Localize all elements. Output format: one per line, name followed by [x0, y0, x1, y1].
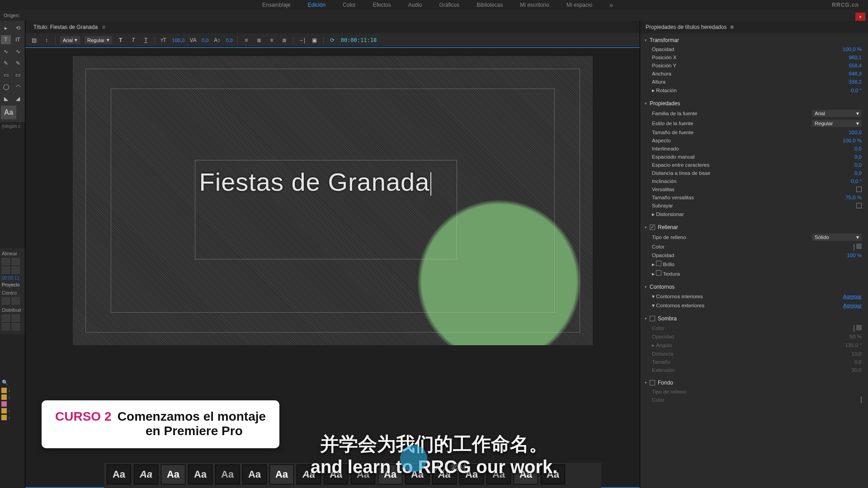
val-interlineado[interactable]: 0,0: [854, 146, 862, 151]
title-canvas[interactable]: Fiestas de Granada: [73, 56, 593, 345]
chk-versalitas[interactable]: [856, 187, 862, 192]
rect-tool-icon[interactable]: ▭: [1, 70, 11, 80]
val-aspecto[interactable]: 100,0 %: [843, 138, 862, 143]
roll-crawl-icon[interactable]: ↕: [42, 36, 51, 44]
align-left-text-icon[interactable]: ≡: [242, 36, 250, 44]
chk-fondo[interactable]: [650, 380, 655, 385]
distribute-h-icon[interactable]: [2, 314, 10, 322]
val-fill-opacidad[interactable]: 100 %: [847, 253, 862, 258]
menu-mi-espacio[interactable]: Mi espacio: [566, 2, 592, 8]
bin-swatch-2[interactable]: [1, 394, 7, 400]
distribute-4-icon[interactable]: [12, 323, 20, 330]
lbl-distorsionar[interactable]: ▸ Distorsionar: [652, 211, 684, 217]
bin-swatch-4[interactable]: [1, 408, 7, 413]
shadow-color-swatch[interactable]: [854, 325, 854, 332]
sel-tipo-relleno[interactable]: Sólido▾: [812, 234, 862, 241]
center-h-icon[interactable]: [2, 297, 10, 305]
menu-color[interactable]: Color: [343, 2, 356, 8]
add-anchor-icon[interactable]: ✎: [13, 59, 23, 68]
pen-tool-icon[interactable]: ✎: [1, 59, 11, 68]
align-right-text-icon[interactable]: ≡: [268, 36, 276, 44]
menu-audio[interactable]: Audio: [408, 2, 422, 8]
menu-efectos[interactable]: Efectos: [373, 2, 391, 8]
val-inclinacion[interactable]: 0,0 °: [851, 178, 862, 184]
align-right-icon[interactable]: [2, 267, 10, 274]
section-contornos[interactable]: ▾Contornos: [640, 282, 868, 292]
panel-menu-icon[interactable]: ≡: [102, 24, 105, 30]
distribute-3-icon[interactable]: [2, 323, 10, 330]
val-espman[interactable]: 0,0: [854, 154, 862, 160]
menu-graficos[interactable]: Gráficos: [439, 2, 459, 8]
menu-bibliotecas[interactable]: Bibliotecas: [476, 2, 503, 8]
title-templates-icon[interactable]: ▤: [30, 36, 38, 44]
bin-swatch-1[interactable]: [1, 388, 7, 393]
center-v-icon[interactable]: [12, 297, 20, 305]
bin-swatch-3[interactable]: [1, 401, 7, 407]
sync-icon[interactable]: ⟳: [328, 36, 336, 44]
menu-overflow-icon[interactable]: »: [609, 1, 613, 9]
vertical-path-type-icon[interactable]: ∿: [13, 47, 23, 56]
section-transformar[interactable]: ▾Transformar: [640, 35, 868, 45]
align-top-icon[interactable]: [12, 267, 20, 274]
vertical-type-tool-icon[interactable]: IT: [13, 35, 23, 44]
panel-menu-icon[interactable]: ≡: [730, 24, 733, 30]
distribute-v-icon[interactable]: [12, 314, 20, 322]
menu-edicion[interactable]: Edición: [308, 2, 326, 8]
val-posx[interactable]: 960,1: [849, 55, 862, 60]
close-button[interactable]: ×: [855, 13, 865, 21]
kerning-value[interactable]: 0,0: [202, 38, 208, 43]
val-tamfuente[interactable]: 100,0: [849, 130, 862, 135]
font-style-select[interactable]: Regular▾: [85, 36, 112, 44]
wedge-tool-icon[interactable]: ◣: [1, 94, 11, 103]
section-rellenar[interactable]: ▾Rellenar: [640, 222, 868, 232]
val-espcar[interactable]: 0,0: [854, 162, 862, 168]
title-tab-label[interactable]: Título: Fiestas de Granada: [33, 24, 98, 30]
menu-ensamblaje[interactable]: Ensamblaje: [262, 2, 291, 8]
section-sombra[interactable]: ▾Sombra: [640, 314, 868, 324]
selection-tool-icon[interactable]: ▸: [1, 23, 11, 33]
btn-agregar-ext[interactable]: Agregar: [843, 303, 862, 308]
val-distbase[interactable]: 0,0: [854, 170, 862, 176]
path-type-tool-icon[interactable]: ∿: [1, 47, 11, 56]
val-tam-versalitas[interactable]: 75,0 %: [845, 195, 862, 200]
lbl-textura[interactable]: ▸ Textura: [652, 270, 680, 277]
bold-icon[interactable]: T: [117, 36, 125, 44]
menu-mi-escritorio[interactable]: Mi escritorio: [520, 2, 549, 8]
chk-rellenar[interactable]: [650, 225, 655, 230]
line-tool-icon[interactable]: ◢: [13, 94, 23, 103]
type-tool-icon[interactable]: T: [1, 35, 11, 44]
section-propiedades[interactable]: ▾Propiedades: [640, 99, 868, 108]
leading-value[interactable]: 0,0: [226, 38, 232, 43]
val-altura[interactable]: 338,2: [849, 79, 862, 84]
styles-swatch-icon[interactable]: Aa: [1, 106, 16, 119]
align-center-h-icon[interactable]: [12, 258, 20, 265]
italic-icon[interactable]: T: [129, 36, 137, 44]
val-anchura[interactable]: 948,3: [849, 71, 862, 76]
bg-color-swatch[interactable]: [861, 397, 862, 403]
rotate-tool-icon[interactable]: ⟲: [13, 23, 23, 33]
show-video-icon[interactable]: ▣: [311, 36, 319, 44]
section-fondo[interactable]: ▾Fondo: [640, 378, 868, 388]
rounded-rect-icon[interactable]: ▭: [13, 70, 23, 80]
ellipse-tool-icon[interactable]: ◯: [1, 82, 11, 91]
fill-color-swatch[interactable]: [854, 244, 854, 250]
eyedropper-icon[interactable]: [856, 325, 862, 330]
sel-estilo[interactable]: Regular▾: [812, 120, 862, 127]
chk-sombra[interactable]: [650, 316, 655, 321]
title-text[interactable]: Fiestas de Granada: [199, 167, 432, 197]
btn-agregar-int[interactable]: Agregar: [843, 294, 862, 299]
font-family-select[interactable]: Arial▾: [60, 36, 80, 44]
eyedropper-icon[interactable]: [856, 244, 862, 249]
chk-subrayar[interactable]: [856, 203, 862, 208]
val-opacidad[interactable]: 100,0 %: [843, 47, 862, 52]
val-posy[interactable]: 558,4: [849, 63, 862, 68]
arc-tool-icon[interactable]: ◠: [13, 82, 23, 91]
justify-text-icon[interactable]: ≣: [280, 36, 288, 44]
sel-familia[interactable]: Arial▾: [812, 110, 862, 117]
tab-stops-icon[interactable]: →|: [298, 36, 306, 44]
lbl-brillo[interactable]: ▸ Brillo: [652, 261, 675, 267]
align-left-icon[interactable]: [2, 258, 10, 265]
toolbar-timecode[interactable]: 00:00:11:18: [341, 37, 377, 43]
underline-icon[interactable]: T: [142, 36, 150, 44]
align-center-text-icon[interactable]: ≣: [255, 36, 263, 44]
